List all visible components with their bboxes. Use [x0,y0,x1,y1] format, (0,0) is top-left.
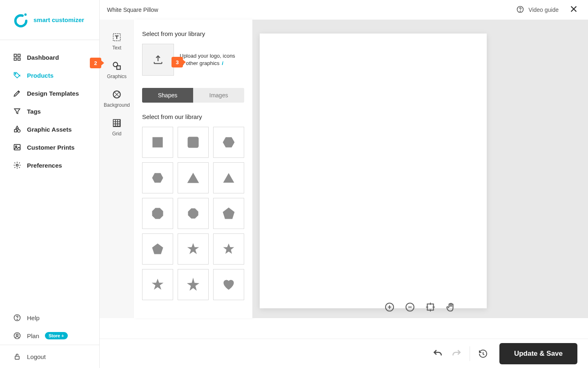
nav-label: Preferences [27,162,62,169]
nav-customer-prints[interactable]: Customer Prints [0,138,99,156]
footer-plan[interactable]: Plan Store + [0,327,99,345]
shape-hexagon[interactable] [213,127,244,158]
svg-marker-34 [223,244,234,254]
zoom-in-button[interactable] [383,301,396,313]
shape-triangle-alt[interactable] [213,162,244,193]
gear-icon [13,161,21,169]
grid-icon [111,118,122,128]
svg-point-11 [16,164,18,166]
zoom-out-button[interactable] [404,301,416,313]
svg-marker-29 [152,208,163,219]
shape-heart[interactable] [213,269,244,300]
svg-rect-24 [188,137,199,148]
upload-description: Upload your logo, icons or other graphic… [180,52,235,67]
sidebar-footer: Help Plan Store + Logout [0,309,99,368]
pan-button[interactable] [445,301,457,313]
shape-square[interactable] [142,127,173,158]
page-title: White Square Pillow [107,7,158,13]
shape-hexagon-alt[interactable] [142,162,173,193]
svg-marker-30 [188,208,198,218]
plan-badge: Store + [45,332,68,339]
shape-triangle[interactable] [178,162,209,193]
shape-star5-solid[interactable] [142,269,173,300]
sidebar-nav: Dashboard Products Design Templates Tags… [0,40,99,309]
svg-marker-26 [152,173,163,182]
shapes-icon [13,125,21,133]
our-library-heading: Select from our library [142,113,244,120]
shape-pentagon-alt[interactable] [142,233,173,265]
svg-rect-4 [14,58,17,61]
graphics-panel: Select from your library Upload your log… [134,20,252,318]
info-icon[interactable]: i [222,60,223,66]
svg-marker-25 [223,137,235,147]
svg-point-6 [15,73,16,74]
svg-point-18 [520,11,521,11]
redo-button[interactable] [451,348,462,359]
shape-octagon[interactable] [142,198,173,229]
svg-point-1 [24,13,27,16]
canvas-area [252,20,588,318]
topbar: White Square Pillow Video guide [100,0,588,20]
your-library-heading: Select from your library [142,30,244,37]
tab-shapes[interactable]: Shapes [142,88,193,103]
svg-rect-39 [427,304,433,310]
svg-marker-28 [223,173,234,182]
update-save-button[interactable]: Update & Save [499,343,577,364]
nav-dashboard[interactable]: Dashboard [0,48,99,66]
nav-design-templates[interactable]: Design Templates [0,84,99,102]
shape-star-outline[interactable] [178,269,209,300]
svg-rect-2 [14,54,17,57]
history-button[interactable] [477,348,489,359]
background-icon [111,89,122,100]
undo-button[interactable] [432,348,443,359]
shape-rounded-square[interactable] [178,127,209,158]
nav-graphic-assets[interactable]: Graphic Assets [0,120,99,138]
shape-star5-alt[interactable] [213,233,244,265]
tool-background[interactable]: Background [100,88,134,110]
video-guide-link[interactable]: Video guide [516,5,559,15]
center-button[interactable] [424,301,437,313]
nav-preferences[interactable]: Preferences [0,156,99,174]
dashboard-icon [13,53,21,61]
history-group [432,346,489,361]
upload-button[interactable] [142,44,174,76]
tool-text[interactable]: Text [100,30,134,52]
brand-name: smart customizer [33,16,84,23]
svg-point-15 [16,334,18,336]
svg-rect-3 [18,54,20,57]
tool-grid[interactable]: Grid [100,116,134,138]
svg-marker-32 [152,244,163,254]
footer-logout[interactable]: Logout [0,345,99,368]
sidebar-header: smart customizer [0,0,99,40]
svg-rect-16 [15,356,19,359]
product-canvas[interactable] [260,34,487,308]
pencil-ruler-icon [13,89,21,97]
sidebar: smart customizer Dashboard Products Desi… [0,0,100,368]
nav-products[interactable]: Products [0,66,99,84]
tool-label: Background [104,102,130,108]
nav-tags[interactable]: Tags [0,102,99,120]
footer-help[interactable]: Help [0,309,99,327]
topbar-right: Video guide [516,4,578,15]
help-icon [13,314,21,322]
shape-octagon-alt[interactable] [178,198,209,229]
tool-label: Grid [112,131,122,137]
close-button[interactable] [569,4,578,15]
shape-pentagon[interactable] [213,198,244,229]
text-icon [111,32,122,43]
shape-star5[interactable] [178,233,209,265]
tab-images[interactable]: Images [193,88,244,103]
video-guide-label: Video guide [528,7,559,13]
hint-badge-3: 3 [172,57,183,67]
bottom-bar: Update & Save [100,339,588,368]
svg-marker-27 [187,173,199,183]
shapes-images-toggle: Shapes Images [142,88,244,103]
hint-badge-2: 2 [90,58,101,68]
shape-grid [142,127,244,300]
tool-graphics[interactable]: Graphics [100,59,134,81]
svg-rect-23 [152,137,163,147]
svg-marker-35 [152,279,164,290]
graphics-icon [111,61,122,71]
tool-label: Graphics [107,74,127,79]
tool-label: Text [112,45,121,51]
